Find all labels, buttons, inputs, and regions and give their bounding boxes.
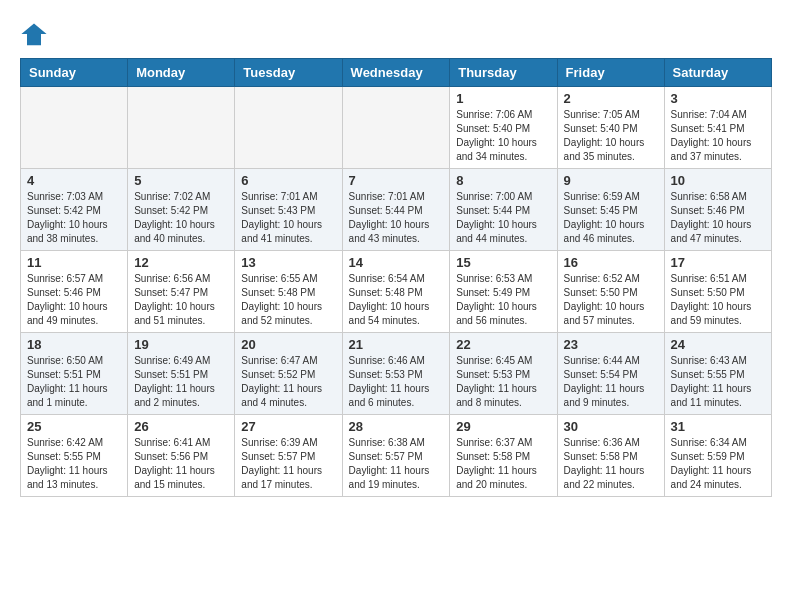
calendar-day-cell: 26Sunrise: 6:41 AM Sunset: 5:56 PM Dayli… xyxy=(128,415,235,497)
day-info: Sunrise: 6:58 AM Sunset: 5:46 PM Dayligh… xyxy=(671,190,765,246)
calendar-day-cell: 15Sunrise: 6:53 AM Sunset: 5:49 PM Dayli… xyxy=(450,251,557,333)
calendar-table: SundayMondayTuesdayWednesdayThursdayFrid… xyxy=(20,58,772,497)
calendar-day-cell: 21Sunrise: 6:46 AM Sunset: 5:53 PM Dayli… xyxy=(342,333,450,415)
calendar-day-cell: 12Sunrise: 6:56 AM Sunset: 5:47 PM Dayli… xyxy=(128,251,235,333)
calendar-day-cell: 24Sunrise: 6:43 AM Sunset: 5:55 PM Dayli… xyxy=(664,333,771,415)
day-number: 22 xyxy=(456,337,550,352)
day-number: 25 xyxy=(27,419,121,434)
day-info: Sunrise: 7:06 AM Sunset: 5:40 PM Dayligh… xyxy=(456,108,550,164)
column-header-thursday: Thursday xyxy=(450,59,557,87)
day-number: 3 xyxy=(671,91,765,106)
calendar-week-row: 18Sunrise: 6:50 AM Sunset: 5:51 PM Dayli… xyxy=(21,333,772,415)
day-info: Sunrise: 6:36 AM Sunset: 5:58 PM Dayligh… xyxy=(564,436,658,492)
day-number: 4 xyxy=(27,173,121,188)
day-info: Sunrise: 6:37 AM Sunset: 5:58 PM Dayligh… xyxy=(456,436,550,492)
day-info: Sunrise: 7:02 AM Sunset: 5:42 PM Dayligh… xyxy=(134,190,228,246)
calendar-day-cell: 14Sunrise: 6:54 AM Sunset: 5:48 PM Dayli… xyxy=(342,251,450,333)
column-header-sunday: Sunday xyxy=(21,59,128,87)
day-info: Sunrise: 6:50 AM Sunset: 5:51 PM Dayligh… xyxy=(27,354,121,410)
day-number: 28 xyxy=(349,419,444,434)
calendar-week-row: 11Sunrise: 6:57 AM Sunset: 5:46 PM Dayli… xyxy=(21,251,772,333)
day-number: 14 xyxy=(349,255,444,270)
day-info: Sunrise: 6:41 AM Sunset: 5:56 PM Dayligh… xyxy=(134,436,228,492)
logo xyxy=(20,20,52,48)
calendar-day-cell: 4Sunrise: 7:03 AM Sunset: 5:42 PM Daylig… xyxy=(21,169,128,251)
calendar-day-cell: 5Sunrise: 7:02 AM Sunset: 5:42 PM Daylig… xyxy=(128,169,235,251)
calendar-day-cell: 2Sunrise: 7:05 AM Sunset: 5:40 PM Daylig… xyxy=(557,87,664,169)
day-number: 7 xyxy=(349,173,444,188)
calendar-day-cell: 18Sunrise: 6:50 AM Sunset: 5:51 PM Dayli… xyxy=(21,333,128,415)
day-number: 23 xyxy=(564,337,658,352)
calendar-day-cell: 20Sunrise: 6:47 AM Sunset: 5:52 PM Dayli… xyxy=(235,333,342,415)
calendar-day-cell: 22Sunrise: 6:45 AM Sunset: 5:53 PM Dayli… xyxy=(450,333,557,415)
calendar-day-cell: 3Sunrise: 7:04 AM Sunset: 5:41 PM Daylig… xyxy=(664,87,771,169)
day-number: 26 xyxy=(134,419,228,434)
day-info: Sunrise: 6:55 AM Sunset: 5:48 PM Dayligh… xyxy=(241,272,335,328)
day-number: 31 xyxy=(671,419,765,434)
calendar-day-cell: 6Sunrise: 7:01 AM Sunset: 5:43 PM Daylig… xyxy=(235,169,342,251)
calendar-day-cell: 9Sunrise: 6:59 AM Sunset: 5:45 PM Daylig… xyxy=(557,169,664,251)
day-number: 21 xyxy=(349,337,444,352)
day-info: Sunrise: 6:34 AM Sunset: 5:59 PM Dayligh… xyxy=(671,436,765,492)
day-info: Sunrise: 6:53 AM Sunset: 5:49 PM Dayligh… xyxy=(456,272,550,328)
column-header-tuesday: Tuesday xyxy=(235,59,342,87)
column-header-monday: Monday xyxy=(128,59,235,87)
day-number: 6 xyxy=(241,173,335,188)
calendar-day-cell xyxy=(235,87,342,169)
calendar-day-cell: 8Sunrise: 7:00 AM Sunset: 5:44 PM Daylig… xyxy=(450,169,557,251)
page-header xyxy=(20,20,772,48)
day-info: Sunrise: 6:47 AM Sunset: 5:52 PM Dayligh… xyxy=(241,354,335,410)
day-info: Sunrise: 7:01 AM Sunset: 5:43 PM Dayligh… xyxy=(241,190,335,246)
day-info: Sunrise: 7:03 AM Sunset: 5:42 PM Dayligh… xyxy=(27,190,121,246)
day-number: 20 xyxy=(241,337,335,352)
day-number: 19 xyxy=(134,337,228,352)
day-info: Sunrise: 6:39 AM Sunset: 5:57 PM Dayligh… xyxy=(241,436,335,492)
calendar-day-cell: 16Sunrise: 6:52 AM Sunset: 5:50 PM Dayli… xyxy=(557,251,664,333)
day-number: 2 xyxy=(564,91,658,106)
day-number: 29 xyxy=(456,419,550,434)
calendar-day-cell: 19Sunrise: 6:49 AM Sunset: 5:51 PM Dayli… xyxy=(128,333,235,415)
day-info: Sunrise: 6:45 AM Sunset: 5:53 PM Dayligh… xyxy=(456,354,550,410)
calendar-week-row: 1Sunrise: 7:06 AM Sunset: 5:40 PM Daylig… xyxy=(21,87,772,169)
day-info: Sunrise: 6:46 AM Sunset: 5:53 PM Dayligh… xyxy=(349,354,444,410)
calendar-header-row: SundayMondayTuesdayWednesdayThursdayFrid… xyxy=(21,59,772,87)
svg-marker-0 xyxy=(21,24,46,46)
calendar-day-cell: 13Sunrise: 6:55 AM Sunset: 5:48 PM Dayli… xyxy=(235,251,342,333)
column-header-saturday: Saturday xyxy=(664,59,771,87)
calendar-day-cell: 11Sunrise: 6:57 AM Sunset: 5:46 PM Dayli… xyxy=(21,251,128,333)
column-header-friday: Friday xyxy=(557,59,664,87)
day-info: Sunrise: 7:01 AM Sunset: 5:44 PM Dayligh… xyxy=(349,190,444,246)
day-number: 18 xyxy=(27,337,121,352)
calendar-day-cell: 30Sunrise: 6:36 AM Sunset: 5:58 PM Dayli… xyxy=(557,415,664,497)
day-number: 13 xyxy=(241,255,335,270)
day-info: Sunrise: 6:44 AM Sunset: 5:54 PM Dayligh… xyxy=(564,354,658,410)
day-number: 30 xyxy=(564,419,658,434)
calendar-day-cell: 7Sunrise: 7:01 AM Sunset: 5:44 PM Daylig… xyxy=(342,169,450,251)
calendar-week-row: 25Sunrise: 6:42 AM Sunset: 5:55 PM Dayli… xyxy=(21,415,772,497)
day-info: Sunrise: 6:38 AM Sunset: 5:57 PM Dayligh… xyxy=(349,436,444,492)
day-info: Sunrise: 6:52 AM Sunset: 5:50 PM Dayligh… xyxy=(564,272,658,328)
calendar-day-cell: 10Sunrise: 6:58 AM Sunset: 5:46 PM Dayli… xyxy=(664,169,771,251)
calendar-day-cell: 23Sunrise: 6:44 AM Sunset: 5:54 PM Dayli… xyxy=(557,333,664,415)
calendar-day-cell xyxy=(128,87,235,169)
day-number: 12 xyxy=(134,255,228,270)
day-info: Sunrise: 6:59 AM Sunset: 5:45 PM Dayligh… xyxy=(564,190,658,246)
day-info: Sunrise: 6:42 AM Sunset: 5:55 PM Dayligh… xyxy=(27,436,121,492)
calendar-day-cell xyxy=(342,87,450,169)
calendar-day-cell: 31Sunrise: 6:34 AM Sunset: 5:59 PM Dayli… xyxy=(664,415,771,497)
logo-icon xyxy=(20,20,48,48)
day-number: 24 xyxy=(671,337,765,352)
calendar-day-cell xyxy=(21,87,128,169)
calendar-day-cell: 1Sunrise: 7:06 AM Sunset: 5:40 PM Daylig… xyxy=(450,87,557,169)
day-info: Sunrise: 7:04 AM Sunset: 5:41 PM Dayligh… xyxy=(671,108,765,164)
calendar-day-cell: 27Sunrise: 6:39 AM Sunset: 5:57 PM Dayli… xyxy=(235,415,342,497)
day-number: 1 xyxy=(456,91,550,106)
day-info: Sunrise: 7:00 AM Sunset: 5:44 PM Dayligh… xyxy=(456,190,550,246)
column-header-wednesday: Wednesday xyxy=(342,59,450,87)
day-info: Sunrise: 6:56 AM Sunset: 5:47 PM Dayligh… xyxy=(134,272,228,328)
day-info: Sunrise: 6:49 AM Sunset: 5:51 PM Dayligh… xyxy=(134,354,228,410)
day-number: 8 xyxy=(456,173,550,188)
calendar-day-cell: 28Sunrise: 6:38 AM Sunset: 5:57 PM Dayli… xyxy=(342,415,450,497)
day-number: 27 xyxy=(241,419,335,434)
calendar-week-row: 4Sunrise: 7:03 AM Sunset: 5:42 PM Daylig… xyxy=(21,169,772,251)
